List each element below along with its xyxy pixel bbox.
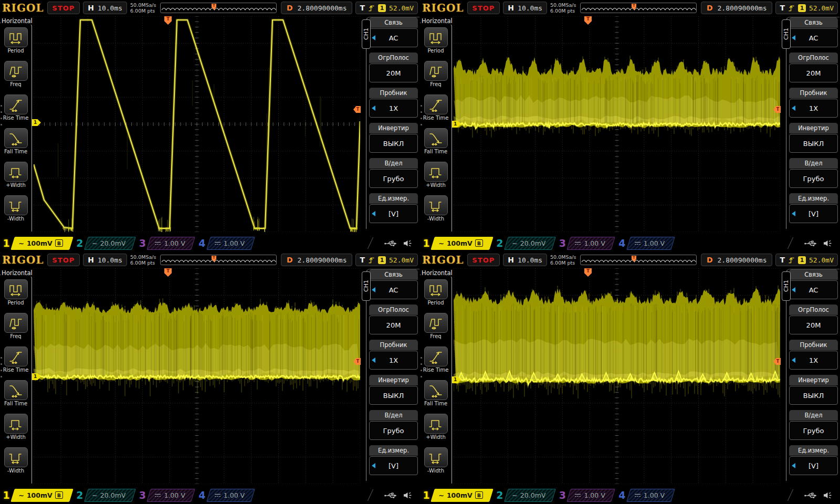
measure-item-pos-width[interactable]: +Width [3,414,29,440]
horizontal-position-indicator[interactable]: T [160,255,277,265]
horizontal-position-indicator[interactable]: T [580,255,697,265]
menu-item-value-button[interactable]: 1X [369,99,418,118]
trigger-readout[interactable]: T 1 52.0mV [775,254,838,266]
menu-item-value-button[interactable]: [V] [369,204,418,223]
period-button[interactable] [424,279,448,299]
menu-item-value-button[interactable]: 1X [789,351,838,370]
channel4-number[interactable]: 4 [197,489,207,501]
channel2-number[interactable]: 2 [75,237,85,249]
channel2-status[interactable]: ~ 20.0mV [506,489,554,502]
freq-button[interactable] [424,313,448,333]
channel1-number[interactable]: 1 [421,237,432,249]
channel3-status[interactable]: 1.00 V [149,489,193,502]
channel1-status[interactable]: ~ 100mV B [13,237,71,250]
measure-item-period[interactable]: Period [423,279,449,306]
menu-item-value-button[interactable]: Грубо [789,169,838,188]
menu-item-value-button[interactable]: [V] [789,204,838,223]
delay-readout[interactable]: D 2.80090000ms [281,254,353,266]
menu-item-value-button[interactable]: 20M [789,316,838,334]
measure-item-fall-time[interactable]: Fall Time [423,380,449,406]
channel3-number[interactable]: 3 [137,237,148,249]
neg-width-button[interactable] [4,447,28,467]
channel2-number[interactable]: 2 [75,489,85,501]
trigger-readout[interactable]: T 1 52.0mV [775,2,838,14]
channel2-status[interactable]: ~ 20.0mV [86,489,134,502]
delay-readout[interactable]: D 2.80090000ms [701,2,773,14]
trigger-readout[interactable]: T 1 52.0mV [355,254,418,266]
menu-item-value-button[interactable]: Грубо [369,169,418,188]
run-state-badge[interactable]: STOP [467,254,500,266]
menu-item-value-button[interactable]: 20M [789,64,838,82]
rise-time-button[interactable] [424,346,448,366]
period-button[interactable] [4,27,28,47]
freq-button[interactable] [4,313,28,333]
measure-item-freq[interactable]: Freq [3,313,29,339]
neg-width-button[interactable] [424,195,448,215]
menu-item-value-button[interactable]: ВЫКЛ [369,386,418,405]
channel4-number[interactable]: 4 [617,489,627,501]
menu-item-value-button[interactable]: AC [789,28,838,47]
channel4-number[interactable]: 4 [617,237,627,249]
menu-item-value-button[interactable]: ВЫКЛ [789,386,838,405]
measure-item-pos-width[interactable]: +Width [3,162,29,188]
measure-item-pos-width[interactable]: +Width [423,414,449,440]
menu-item-value-button[interactable]: [V] [789,456,838,475]
measure-item-freq[interactable]: Freq [423,61,449,87]
run-state-badge[interactable]: STOP [47,254,80,266]
fall-time-button[interactable] [424,380,448,400]
fall-time-button[interactable] [424,128,448,148]
menu-item-value-button[interactable]: AC [369,280,418,299]
horizontal-position-indicator[interactable]: T [160,3,277,13]
delay-readout[interactable]: D 2.80090000ms [701,254,773,266]
measure-item-period[interactable]: Period [423,27,449,54]
menu-item-value-button[interactable]: Грубо [369,421,418,440]
channel4-status[interactable]: 1.00 V [628,237,673,250]
measure-item-freq[interactable]: Freq [423,313,449,339]
menu-item-value-button[interactable]: ВЫКЛ [369,134,418,153]
channel3-status[interactable]: 1.00 V [149,237,193,250]
freq-button[interactable] [4,61,28,81]
timebase-readout[interactable]: H 10.0ms [503,2,547,14]
fall-time-button[interactable] [4,128,28,148]
measure-item-period[interactable]: Period [3,279,29,306]
channel3-number[interactable]: 3 [557,489,568,501]
channel3-status[interactable]: 1.00 V [569,237,613,250]
channel2-number[interactable]: 2 [495,489,505,501]
trigger-readout[interactable]: T 1 52.0mV [355,2,418,14]
menu-item-value-button[interactable]: 20M [369,64,418,82]
timebase-readout[interactable]: H 10.0ms [83,254,127,266]
rise-time-button[interactable] [4,94,28,114]
menu-item-value-button[interactable]: 20M [369,316,418,334]
measure-item-rise-time[interactable]: Rise Time [423,94,449,121]
measure-item-rise-time[interactable]: Rise Time [3,346,29,373]
measure-item-neg-width[interactable]: -Width [3,195,29,222]
period-button[interactable] [4,279,28,299]
rise-time-button[interactable] [424,94,448,114]
timebase-readout[interactable]: H 10.0ms [503,254,547,266]
channel2-number[interactable]: 2 [495,237,505,249]
channel2-status[interactable]: ~ 20.0mV [86,237,134,250]
menu-item-value-button[interactable]: 1X [369,351,418,370]
delay-readout[interactable]: D 2.80090000ms [281,2,353,14]
channel4-status[interactable]: 1.00 V [628,489,673,502]
channel4-status[interactable]: 1.00 V [208,489,253,502]
channel3-status[interactable]: 1.00 V [569,489,613,502]
fall-time-button[interactable] [4,380,28,400]
measure-item-neg-width[interactable]: -Width [3,447,29,474]
measure-item-neg-width[interactable]: -Width [423,447,449,474]
menu-item-value-button[interactable]: AC [369,28,418,47]
run-state-badge[interactable]: STOP [47,2,80,14]
freq-button[interactable] [424,61,448,81]
measure-item-period[interactable]: Period [3,27,29,54]
channel1-number[interactable]: 1 [1,237,12,249]
channel1-status[interactable]: ~ 100mV B [433,237,491,250]
channel1-status[interactable]: ~ 100mV B [433,489,491,502]
pos-width-button[interactable] [424,162,448,182]
menu-item-value-button[interactable]: 1X [789,99,838,118]
pos-width-button[interactable] [4,162,28,182]
timebase-readout[interactable]: H 10.0ms [83,2,127,14]
channel1-number[interactable]: 1 [421,489,432,501]
period-button[interactable] [424,27,448,47]
channel2-status[interactable]: ~ 20.0mV [506,237,554,250]
channel4-number[interactable]: 4 [197,237,207,249]
